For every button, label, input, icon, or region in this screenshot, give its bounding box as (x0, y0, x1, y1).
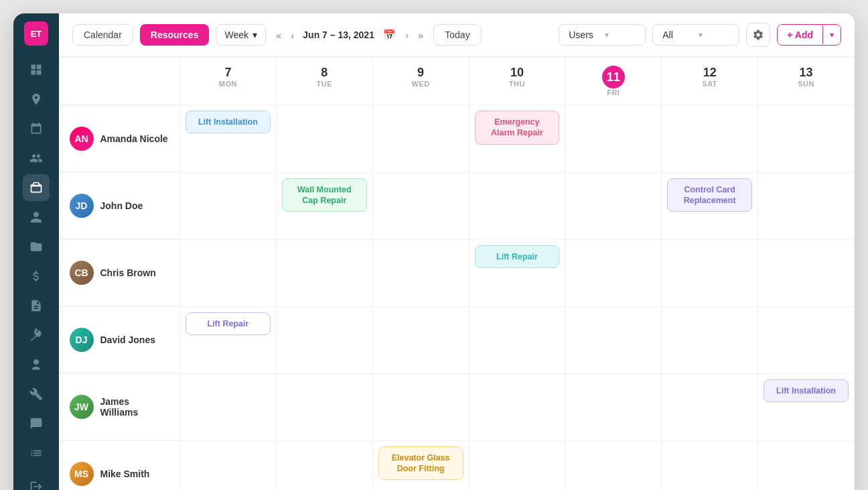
cell-sat-row0[interactable] (662, 105, 758, 173)
next-next-btn[interactable]: » (415, 27, 427, 44)
resources-tab-btn[interactable]: Resources (140, 24, 210, 46)
folder-icon[interactable] (23, 233, 50, 260)
group-icon[interactable] (23, 351, 50, 378)
cell-mon-row4[interactable] (180, 373, 277, 440)
cell-thu-row0[interactable]: Emergency Alarm Repair (469, 105, 565, 173)
user-name: Mike Smith (100, 469, 150, 479)
today-btn[interactable]: Today (433, 24, 481, 46)
cell-tue-row0[interactable] (276, 105, 372, 173)
cell-sun-row4[interactable]: Lift Installation (758, 373, 855, 440)
event-chip[interactable]: Elevator Glass Door Fitting (378, 446, 463, 481)
cal-icon-btn[interactable]: 📅 (380, 26, 399, 44)
event-chip[interactable]: Lift Installation (764, 379, 849, 402)
cell-mon-row1[interactable] (180, 172, 277, 239)
cell-sat-row5[interactable] (662, 440, 758, 490)
day-label-thu: THU (476, 80, 559, 88)
today-circle: 11 (602, 66, 625, 88)
cell-wed-row4[interactable] (372, 373, 469, 440)
event-chip[interactable]: Lift Repair (186, 312, 271, 335)
calendar-icon[interactable] (23, 115, 50, 142)
cell-thu-row2[interactable]: Lift Repair (469, 239, 565, 306)
next-btn[interactable]: › (402, 27, 412, 44)
cell-wed-row0[interactable] (372, 105, 469, 173)
col-header-thu: 10 THU (469, 58, 565, 105)
day-num-sat: 12 (668, 66, 751, 80)
cell-fri-row3[interactable] (565, 306, 662, 373)
event-chip[interactable]: Wall Mounted Cap Repair (282, 178, 367, 212)
user-cell: CB Chris Brown (60, 239, 180, 306)
cell-sat-row1[interactable]: Control Card Replacement (662, 172, 758, 239)
main-content: Calendar Resources Week ▾ « ‹ Jun 7 – 13… (59, 13, 855, 490)
wrench-icon[interactable] (23, 322, 50, 349)
day-label-sat: SAT (668, 80, 751, 88)
event-chip[interactable]: Lift Repair (475, 245, 560, 268)
col-header-fri: 11 FRI (565, 58, 662, 105)
cell-fri-row1[interactable] (565, 172, 662, 239)
cell-sat-row4[interactable] (662, 373, 758, 440)
calendar-row: CB Chris Brown Lift Repair (60, 239, 855, 306)
calendar-row: DJ David Jones Lift Repair (60, 306, 855, 373)
event-chip[interactable]: Emergency Alarm Repair (475, 111, 560, 145)
logout-icon[interactable] (23, 473, 50, 491)
cell-sat-row3[interactable] (662, 306, 758, 373)
event-chip[interactable]: Control Card Replacement (667, 178, 752, 212)
cell-thu-row1[interactable] (469, 172, 565, 239)
dashboard-icon[interactable] (23, 56, 50, 83)
week-selector[interactable]: Week ▾ (216, 24, 266, 46)
cell-sun-row3[interactable] (758, 306, 855, 373)
cell-thu-row4[interactable] (469, 373, 565, 440)
day-label-fri: FRI (572, 88, 654, 97)
cell-sun-row0[interactable] (758, 105, 855, 173)
user-cell: AN Amanda Nicole (60, 105, 180, 172)
list-icon[interactable] (23, 440, 50, 467)
cell-mon-row5[interactable] (180, 440, 277, 490)
cell-tue-row3[interactable] (276, 306, 372, 373)
avatar: JD (70, 194, 94, 218)
settings-btn[interactable] (746, 23, 770, 47)
add-main-btn[interactable]: + Add (778, 25, 822, 45)
users-select[interactable]: Users ▾ (559, 24, 646, 46)
day-num-sun: 13 (765, 66, 847, 80)
cell-wed-row3[interactable] (372, 306, 469, 373)
cell-sun-row1[interactable] (758, 172, 855, 239)
cell-wed-row1[interactable] (372, 172, 469, 239)
day-num-wed: 9 (380, 66, 462, 80)
location-icon[interactable] (23, 86, 50, 113)
cell-tue-row2[interactable] (276, 239, 372, 306)
cell-fri-row0[interactable] (565, 105, 662, 173)
cell-thu-row3[interactable] (469, 306, 565, 373)
cell-fri-row4[interactable] (565, 373, 662, 440)
tools-icon[interactable] (23, 381, 50, 408)
topbar: Calendar Resources Week ▾ « ‹ Jun 7 – 13… (59, 13, 855, 57)
user-col-header (60, 58, 180, 105)
users-select-label: Users (569, 29, 599, 40)
cell-mon-row0[interactable]: Lift Installation (180, 105, 277, 173)
cell-sat-row2[interactable] (662, 239, 758, 306)
cell-wed-row5[interactable]: Elevator Glass Door Fitting (372, 440, 469, 490)
cell-thu-row5[interactable] (469, 440, 565, 490)
cell-mon-row3[interactable]: Lift Repair (180, 306, 277, 373)
cell-sun-row2[interactable] (758, 239, 855, 306)
document-icon[interactable] (23, 292, 50, 319)
add-dropdown-btn[interactable]: ▾ (822, 25, 841, 44)
cell-mon-row2[interactable] (180, 239, 277, 306)
contacts-icon[interactable] (23, 145, 50, 172)
cell-sun-row5[interactable] (758, 440, 855, 490)
cell-wed-row2[interactable] (372, 239, 469, 306)
avatar: DJ (70, 328, 94, 352)
cell-fri-row5[interactable] (565, 440, 662, 490)
cell-tue-row5[interactable] (276, 440, 372, 490)
calendar-tab-btn[interactable]: Calendar (72, 24, 133, 46)
avatar: MS (70, 462, 94, 486)
cell-fri-row2[interactable] (565, 239, 662, 306)
all-select[interactable]: All ▾ (652, 24, 739, 46)
prev-btn[interactable]: ‹ (287, 27, 297, 44)
cell-tue-row4[interactable] (276, 373, 372, 440)
cell-tue-row1[interactable]: Wall Mounted Cap Repair (276, 172, 372, 239)
dollar-icon[interactable] (23, 263, 50, 290)
prev-prev-btn[interactable]: « (273, 27, 285, 44)
briefcase-icon[interactable] (23, 174, 50, 201)
chat-icon[interactable] (23, 410, 50, 437)
person-icon[interactable] (23, 204, 50, 231)
event-chip[interactable]: Lift Installation (186, 111, 271, 133)
